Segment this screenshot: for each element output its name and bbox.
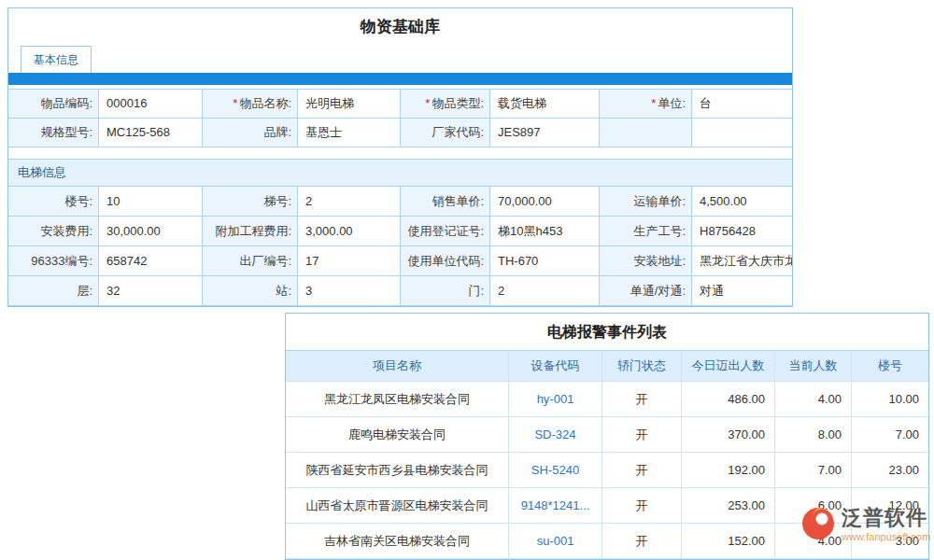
form-label: 使用单位代码: xyxy=(401,246,490,276)
form-label xyxy=(600,119,692,147)
form-value: 658742 xyxy=(99,246,203,276)
form-value: 2 xyxy=(298,187,401,217)
cell-today-count: 486.00 xyxy=(682,382,775,417)
cell-project: 山西省太原市晋源区电梯安装合同 xyxy=(286,488,509,524)
form-label: 层: xyxy=(8,276,99,306)
form-label-text: 物品类型: xyxy=(432,96,484,110)
form-value xyxy=(692,119,792,147)
col-header-current-count: 当前人数 xyxy=(775,351,852,382)
tab-strip: 基本信息 xyxy=(8,46,792,73)
cell-current-count: 7.00 xyxy=(775,453,852,488)
form-value: 17 xyxy=(298,246,401,276)
form-value: 3 xyxy=(298,276,401,306)
form-value: 3,000.00 xyxy=(298,217,401,246)
cell-building-no: 10.00 xyxy=(852,382,928,417)
form-label: 站: xyxy=(203,276,298,306)
device-code-link[interactable]: SD-324 xyxy=(509,417,602,453)
watermark-text: 泛普软件 www.fanpusoft.com xyxy=(842,505,930,543)
form-value: 对通 xyxy=(692,276,792,306)
form-label: *物品名称: xyxy=(203,90,298,119)
cell-door-status: 开 xyxy=(602,382,682,417)
cell-today-count: 370.00 xyxy=(682,417,775,453)
form-value: 70,000.00 xyxy=(490,187,600,217)
cell-project: 吉林省南关区电梯安装合同 xyxy=(286,524,509,559)
col-header-project: 项目名称 xyxy=(286,351,509,382)
form-label: 单通/对通: xyxy=(600,276,692,306)
form-label: 梯号: xyxy=(203,187,298,217)
required-marker: * xyxy=(233,96,237,110)
form-label: 物品编码: xyxy=(8,90,99,119)
device-code-link[interactable]: 9148*1241... xyxy=(509,488,602,524)
form-value: 基恩士 xyxy=(298,119,401,147)
form-label-text: 品牌: xyxy=(263,125,291,139)
form-value: TH-670 xyxy=(490,246,600,276)
form-label: 运输单价: xyxy=(600,187,692,217)
cell-today-count: 192.00 xyxy=(682,453,775,488)
elevator-info-grid: 楼号: 10 梯号: 2 销售单价: 70,000.00 运输单价: 4,500… xyxy=(8,186,792,306)
device-code-link[interactable]: su-001 xyxy=(509,524,602,559)
form-value: 10 xyxy=(99,187,203,217)
form-value: 32 xyxy=(99,276,203,306)
watermark-url: www.fanpusoft.com xyxy=(842,531,930,543)
col-header-door-status: 轿门状态 xyxy=(602,351,682,382)
form-label-text: 规格型号: xyxy=(40,125,92,139)
page-title: 物资基础库 xyxy=(8,8,792,46)
required-marker: * xyxy=(651,96,656,110)
form-value: MC125-568 xyxy=(99,119,203,147)
form-value: H8756428 xyxy=(692,217,792,246)
col-header-device-code: 设备代码 xyxy=(509,351,602,382)
form-label: 规格型号: xyxy=(8,119,99,147)
cell-project: 陕西省延安市西乡县电梯安装合同 xyxy=(286,453,509,488)
form-label: 品牌: xyxy=(203,119,298,147)
form-value: 黑龙江省大庆市龙凤 xyxy=(692,246,792,276)
cell-building-no: 23.00 xyxy=(852,453,928,488)
form-value: 30,000.00 xyxy=(99,217,203,246)
form-label: 96333编号: xyxy=(8,246,99,276)
col-header-building-no: 楼号 xyxy=(852,351,928,382)
fanpu-logo-icon xyxy=(800,505,837,542)
cell-project: 鹿鸣电梯安装合同 xyxy=(286,417,509,453)
cell-today-count: 253.00 xyxy=(682,488,775,524)
form-value: 4,500.00 xyxy=(692,187,792,217)
device-code-link[interactable]: SH-5240 xyxy=(509,453,602,488)
required-marker: * xyxy=(425,96,430,110)
cell-current-count: 8.00 xyxy=(775,417,852,453)
form-label: 安装费用: xyxy=(8,217,99,246)
form-label: 附加工程费用: xyxy=(203,217,298,246)
device-code-link[interactable]: hy-001 xyxy=(509,382,602,417)
cell-current-count: 4.00 xyxy=(775,382,852,417)
form-value: JES897 xyxy=(490,119,600,147)
cell-door-status: 开 xyxy=(602,453,682,488)
tab-basic-info[interactable]: 基本信息 xyxy=(21,46,92,73)
screen: 物资基础库 基本信息 物品编码: 000016 *物品名称: 光明电梯 *物品类… xyxy=(0,0,934,560)
cell-today-count: 152.00 xyxy=(682,524,775,559)
tab-accent-bar xyxy=(8,73,792,85)
section-elevator-info: 电梯信息 xyxy=(8,159,792,186)
form-label: 厂家代码: xyxy=(401,119,490,147)
watermark-name: 泛普软件 xyxy=(842,505,930,531)
cell-door-status: 开 xyxy=(602,488,682,524)
form-label-text: 物品编码: xyxy=(40,96,92,110)
cell-building-no: 7.00 xyxy=(852,417,928,453)
form-label: 安装地址: xyxy=(600,246,692,276)
form-label: *单位: xyxy=(600,90,692,119)
alarm-table-title: 电梯报警事件列表 xyxy=(286,314,928,351)
form-value: 台 xyxy=(692,90,792,119)
cell-door-status: 开 xyxy=(602,417,682,453)
cell-project: 黑龙江龙凤区电梯安装合同 xyxy=(286,382,509,417)
cell-door-status: 开 xyxy=(602,524,682,559)
col-header-today-count: 今日迈出人数 xyxy=(682,351,775,382)
form-value: 2 xyxy=(490,276,600,306)
form-label-text: 厂家代码: xyxy=(432,125,484,139)
form-value: 光明电梯 xyxy=(298,90,401,119)
form-label: *物品类型: xyxy=(401,90,490,119)
form-label: 销售单价: xyxy=(401,187,490,217)
form-label: 门: xyxy=(401,276,490,306)
form-value: 梯10黑h453 xyxy=(490,217,600,246)
form-label-text: 物品名称: xyxy=(239,96,291,110)
form-label: 楼号: xyxy=(8,187,99,217)
form-value: 000016 xyxy=(99,90,203,119)
form-label-text: 单位: xyxy=(658,96,686,110)
form-label: 出厂编号: xyxy=(203,246,298,276)
form-label: 生产工号: xyxy=(600,217,692,246)
